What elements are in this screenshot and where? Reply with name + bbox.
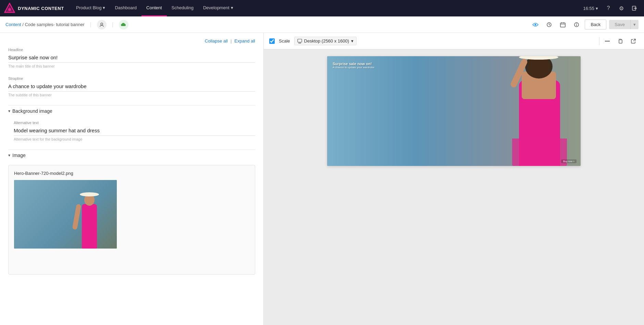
copy-button[interactable] — [615, 36, 626, 46]
external-link-icon — [631, 39, 636, 44]
exit-button[interactable] — [629, 3, 640, 14]
expand-all-button[interactable]: Expand all — [234, 38, 255, 44]
nav-content-label: Content — [146, 5, 162, 10]
settings-button[interactable]: ⚙ — [616, 3, 627, 14]
image-preview — [14, 180, 117, 249]
preview-panel: Scale Desktop (2560 x 1600) ▾ — [264, 33, 644, 325]
nav-item-development[interactable]: Development ▾ — [198, 0, 238, 16]
scale-checkbox[interactable] — [269, 38, 275, 44]
info-button[interactable] — [571, 19, 582, 30]
history-button[interactable] — [544, 19, 555, 30]
device-dropdown-icon: ▾ — [351, 38, 354, 44]
strapline-field-section: Strapline The subtitle of this banner — [8, 76, 255, 97]
nav-right-area: 16:55 ▾ ? ⚙ — [583, 3, 640, 14]
content-editor-panel: Collapse all | Expand all Headline The m… — [0, 33, 264, 325]
info-icon — [574, 22, 579, 27]
save-button-group: Save ▾ — [609, 20, 639, 29]
preview-area: Surprise sale now on! A chance to update… — [264, 49, 644, 325]
main-area: Collapse all | Expand all Headline The m… — [0, 33, 644, 325]
svg-point-5 — [101, 23, 103, 25]
logo-icon — [4, 3, 15, 14]
collapse-all-button[interactable]: Collapse all — [205, 38, 228, 44]
calendar-icon — [560, 22, 566, 27]
toolbar-divider — [599, 37, 599, 45]
brand-logo[interactable]: DYNAMIC CONTENT — [4, 3, 66, 14]
svg-point-14 — [576, 23, 577, 24]
banner-strapline-text: A chance to update your wardrobe — [333, 66, 374, 69]
headline-field-section: Headline The main title of this banner — [8, 48, 255, 68]
preview-right-icons — [599, 36, 639, 46]
help-button[interactable]: ? — [603, 3, 614, 14]
panel-actions: Collapse all | Expand all — [8, 38, 255, 44]
preview-eye-button[interactable] — [530, 19, 541, 30]
nav-item-project[interactable]: Product Blog ▾ — [71, 0, 110, 16]
breadcrumb-root-link[interactable]: Content — [5, 22, 21, 27]
nav-development-label: Development — [203, 5, 230, 10]
headline-hint: The main title of this banner — [8, 64, 255, 68]
nav-item-dashboard[interactable]: Dashboard — [110, 0, 141, 16]
save-button[interactable]: Save — [609, 20, 630, 29]
clock-dropdown-icon[interactable]: ▾ — [596, 6, 598, 11]
headline-label: Headline — [8, 48, 255, 52]
zoom-out-button[interactable] — [602, 36, 612, 46]
nav-dashboard-label: Dashboard — [115, 5, 137, 10]
monitor-icon — [297, 39, 302, 44]
image-filename: Hero-Banner-720-model2.png — [14, 171, 249, 176]
chevron-down-icon: ▾ — [8, 109, 10, 113]
strapline-input[interactable] — [8, 82, 255, 92]
svg-point-6 — [535, 24, 536, 25]
svg-rect-8 — [560, 23, 565, 27]
nav-item-content[interactable]: Content — [141, 0, 167, 16]
copy-icon — [618, 39, 623, 44]
breadcrumb: Content / Code samples- tutorial banner — [5, 22, 85, 27]
brand-name: DYNAMIC CONTENT — [18, 6, 64, 11]
background-image-label: Background image — [12, 108, 52, 114]
top-navigation: DYNAMIC CONTENT Product Blog ▾ Dashboard… — [0, 0, 644, 16]
image-label: Image — [12, 153, 26, 158]
strapline-hint: The subtitle of this banner — [8, 93, 255, 97]
nav-scheduling-label: Scheduling — [172, 5, 194, 10]
banner-buy-now-text: Buy now > — [561, 159, 577, 163]
alt-text-label: Alternative text — [14, 121, 255, 125]
headline-input[interactable] — [8, 53, 255, 63]
image-upload-box[interactable]: Hero-Banner-720-model2.png — [8, 165, 255, 275]
device-select[interactable]: Desktop (2560 x 1600) ▾ — [294, 37, 357, 45]
svg-rect-20 — [619, 40, 622, 43]
banner-headline-text: Surprise sale now on! — [333, 62, 374, 66]
exit-icon — [632, 5, 637, 11]
svg-line-21 — [633, 39, 635, 41]
save-dropdown-button[interactable]: ▾ — [630, 20, 639, 29]
banner-text-area: Surprise sale now on! A chance to update… — [333, 62, 374, 69]
external-link-button[interactable] — [628, 36, 639, 46]
background-image-section: ▾ Background image Alternative text Alte… — [8, 105, 255, 141]
preview-toolbar: Scale Desktop (2560 x 1600) ▾ — [264, 33, 644, 49]
breadcrumb-current: Code samples- tutorial banner — [25, 22, 84, 27]
nav-development-dropdown-icon: ▾ — [231, 5, 233, 10]
alt-text-input[interactable] — [14, 126, 255, 136]
breadcrumb-actions: Back Save ▾ — [530, 19, 639, 30]
eye-icon — [532, 23, 538, 27]
nav-time: 16:55 ▾ — [583, 6, 598, 11]
calendar-button[interactable] — [557, 19, 568, 30]
banner-preview: Surprise sale now on! A chance to update… — [327, 56, 581, 166]
nav-project-label: Product Blog — [76, 5, 101, 10]
strapline-label: Strapline — [8, 76, 255, 81]
image-section: ▾ Image Hero-Banner-720-model2.png — [8, 149, 255, 275]
action-divider: | — [231, 38, 232, 44]
svg-rect-15 — [298, 39, 302, 42]
nav-item-scheduling[interactable]: Scheduling — [167, 0, 198, 16]
breadcrumb-bar: Content / Code samples- tutorial banner … — [0, 16, 644, 33]
user-avatar-icon[interactable] — [97, 20, 107, 29]
alt-text-hint: Alternative text for the background imag… — [14, 137, 255, 141]
alt-text-field-section: Alternative text Alternative text for th… — [8, 121, 255, 141]
svg-point-2 — [8, 8, 11, 11]
banner-model-illustration — [450, 60, 581, 166]
background-image-toggle[interactable]: ▾ Background image — [8, 105, 255, 117]
scale-label: Scale — [279, 38, 290, 44]
device-label: Desktop (2560 x 1600) — [304, 38, 349, 44]
minus-icon — [605, 41, 610, 41]
image-toggle[interactable]: ▾ Image — [8, 149, 255, 161]
cloud-status-icon[interactable] — [119, 20, 128, 29]
chevron-down-icon-2: ▾ — [8, 153, 10, 158]
back-button[interactable]: Back — [585, 20, 606, 29]
